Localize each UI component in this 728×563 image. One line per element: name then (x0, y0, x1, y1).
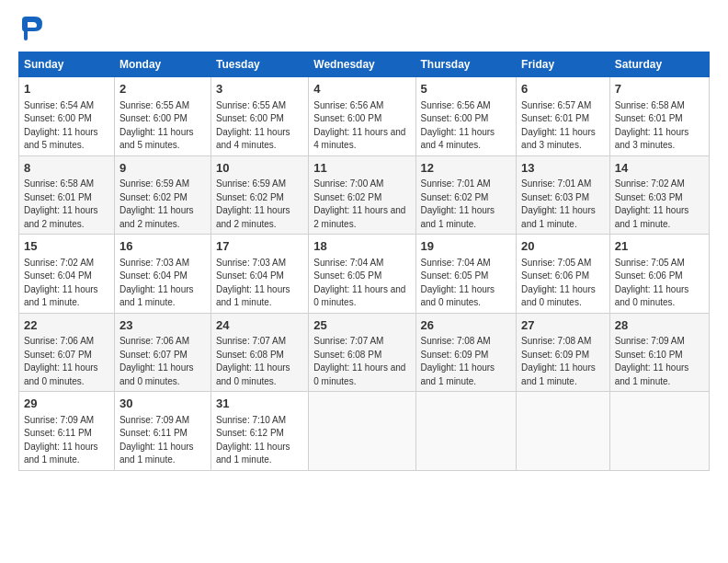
day-number: 5 (421, 81, 512, 98)
daylight: Daylight: 11 hours and 0 minutes. (313, 284, 405, 308)
calendar-cell: 19Sunrise: 7:04 AMSunset: 6:05 PMDayligh… (415, 235, 517, 314)
daylight: Daylight: 11 hours and 4 minutes. (313, 127, 405, 151)
sunrise: Sunrise: 6:56 AM (313, 100, 383, 110)
day-number: 4 (313, 81, 410, 98)
sunrise: Sunrise: 7:10 AM (216, 415, 286, 425)
sunrise: Sunrise: 6:56 AM (421, 100, 491, 110)
day-number: 25 (313, 317, 410, 334)
sunrise: Sunrise: 6:59 AM (216, 178, 286, 189)
calendar-cell: 16Sunrise: 7:03 AMSunset: 6:04 PMDayligh… (114, 235, 210, 314)
logo (18, 17, 48, 42)
day-number: 10 (216, 160, 303, 177)
logo-icon (18, 15, 44, 40)
calendar-cell: 3Sunrise: 6:55 AMSunset: 6:00 PMDaylight… (210, 77, 308, 156)
calendar-cell: 27Sunrise: 7:08 AMSunset: 6:09 PMDayligh… (517, 313, 610, 392)
sunset: Sunset: 6:07 PM (119, 350, 188, 360)
daylight: Daylight: 11 hours and 0 minutes. (615, 284, 689, 308)
sunrise: Sunrise: 7:04 AM (421, 258, 491, 268)
day-number: 21 (615, 238, 704, 255)
sunrise: Sunrise: 6:59 AM (119, 178, 189, 189)
calendar-cell: 31Sunrise: 7:10 AMSunset: 6:12 PMDayligh… (210, 392, 308, 471)
sunrise: Sunrise: 6:57 AM (521, 100, 591, 110)
daylight: Daylight: 11 hours and 5 minutes. (24, 127, 98, 151)
day-number: 3 (216, 81, 303, 98)
day-number: 26 (421, 317, 512, 334)
calendar-cell: 7Sunrise: 6:58 AMSunset: 6:01 PMDaylight… (609, 77, 709, 156)
sunrise: Sunrise: 7:08 AM (421, 336, 491, 346)
calendar-cell: 15Sunrise: 7:02 AMSunset: 6:04 PMDayligh… (19, 235, 115, 314)
calendar-cell: 9Sunrise: 6:59 AMSunset: 6:02 PMDaylight… (114, 155, 210, 235)
weekday-header-thursday: Thursday (415, 52, 517, 77)
calendar-cell: 17Sunrise: 7:03 AMSunset: 6:04 PMDayligh… (210, 235, 308, 314)
sunrise: Sunrise: 7:09 AM (119, 415, 189, 425)
day-number: 12 (421, 160, 512, 177)
day-number: 7 (615, 81, 704, 98)
sunset: Sunset: 6:00 PM (119, 113, 188, 123)
daylight: Daylight: 11 hours and 1 minute. (119, 442, 194, 465)
calendar-cell: 13Sunrise: 7:01 AMSunset: 6:03 PMDayligh… (517, 155, 610, 235)
sunrise: Sunrise: 7:06 AM (24, 336, 94, 346)
calendar-cell: 23Sunrise: 7:06 AMSunset: 6:07 PMDayligh… (114, 313, 210, 392)
day-number: 14 (615, 160, 704, 177)
sunset: Sunset: 6:06 PM (615, 270, 683, 281)
weekday-header-sunday: Sunday (19, 52, 115, 77)
daylight: Daylight: 11 hours and 3 minutes. (521, 127, 596, 151)
calendar-cell: 14Sunrise: 7:02 AMSunset: 6:03 PMDayligh… (609, 155, 709, 235)
day-number: 20 (521, 238, 605, 255)
sunset: Sunset: 6:00 PM (216, 113, 284, 123)
header (18, 17, 710, 42)
daylight: Daylight: 11 hours and 1 minute. (521, 205, 596, 229)
weekday-header-tuesday: Tuesday (210, 52, 308, 77)
calendar-cell: 20Sunrise: 7:05 AMSunset: 6:06 PMDayligh… (517, 235, 610, 314)
weekday-header-saturday: Saturday (609, 52, 709, 77)
daylight: Daylight: 11 hours and 1 minute. (216, 442, 290, 465)
calendar-cell: 12Sunrise: 7:01 AMSunset: 6:02 PMDayligh… (415, 155, 517, 235)
daylight: Daylight: 11 hours and 4 minutes. (216, 127, 290, 151)
sunset: Sunset: 6:10 PM (615, 350, 683, 360)
day-number: 1 (24, 81, 109, 98)
calendar-cell: 8Sunrise: 6:58 AMSunset: 6:01 PMDaylight… (19, 155, 115, 235)
daylight: Daylight: 11 hours and 5 minutes. (119, 127, 194, 151)
calendar-table: SundayMondayTuesdayWednesdayThursdayFrid… (18, 52, 710, 471)
day-number: 18 (313, 238, 410, 255)
sunset: Sunset: 6:03 PM (615, 192, 683, 202)
sunset: Sunset: 6:04 PM (24, 270, 92, 281)
sunset: Sunset: 6:01 PM (615, 113, 683, 123)
sunset: Sunset: 6:00 PM (24, 113, 92, 123)
sunset: Sunset: 6:07 PM (24, 350, 92, 360)
sunrise: Sunrise: 7:01 AM (521, 178, 591, 189)
day-number: 8 (24, 160, 109, 177)
day-number: 28 (615, 317, 704, 334)
daylight: Daylight: 11 hours and 0 minutes. (119, 362, 194, 386)
sunrise: Sunrise: 7:05 AM (615, 258, 685, 268)
day-number: 23 (119, 317, 206, 334)
sunrise: Sunrise: 6:58 AM (615, 100, 685, 110)
sunset: Sunset: 6:01 PM (24, 192, 92, 202)
daylight: Daylight: 11 hours and 0 minutes. (521, 284, 596, 308)
day-number: 6 (521, 81, 605, 98)
sunrise: Sunrise: 6:55 AM (119, 100, 189, 110)
sunrise: Sunrise: 7:08 AM (521, 336, 591, 346)
calendar-cell: 29Sunrise: 7:09 AMSunset: 6:11 PMDayligh… (19, 392, 115, 471)
sunset: Sunset: 6:04 PM (119, 270, 188, 281)
calendar-cell: 26Sunrise: 7:08 AMSunset: 6:09 PMDayligh… (415, 313, 517, 392)
day-number: 9 (119, 160, 206, 177)
day-number: 13 (521, 160, 605, 177)
sunrise: Sunrise: 7:09 AM (24, 415, 94, 425)
day-number: 29 (24, 396, 109, 412)
daylight: Daylight: 11 hours and 1 minute. (24, 284, 98, 308)
sunset: Sunset: 6:02 PM (313, 192, 381, 202)
weekday-header-wednesday: Wednesday (309, 52, 415, 77)
calendar-cell: 18Sunrise: 7:04 AMSunset: 6:05 PMDayligh… (309, 235, 415, 314)
day-number: 15 (24, 238, 109, 255)
sunset: Sunset: 6:08 PM (216, 350, 284, 360)
daylight: Daylight: 11 hours and 4 minutes. (421, 127, 495, 151)
sunset: Sunset: 6:06 PM (521, 270, 589, 281)
sunrise: Sunrise: 7:00 AM (313, 178, 383, 189)
sunset: Sunset: 6:01 PM (521, 113, 589, 123)
day-number: 2 (119, 81, 206, 98)
sunset: Sunset: 6:02 PM (216, 192, 284, 202)
calendar-cell: 22Sunrise: 7:06 AMSunset: 6:07 PMDayligh… (19, 313, 115, 392)
sunrise: Sunrise: 7:05 AM (521, 258, 591, 268)
page: SundayMondayTuesdayWednesdayThursdayFrid… (0, 0, 728, 480)
